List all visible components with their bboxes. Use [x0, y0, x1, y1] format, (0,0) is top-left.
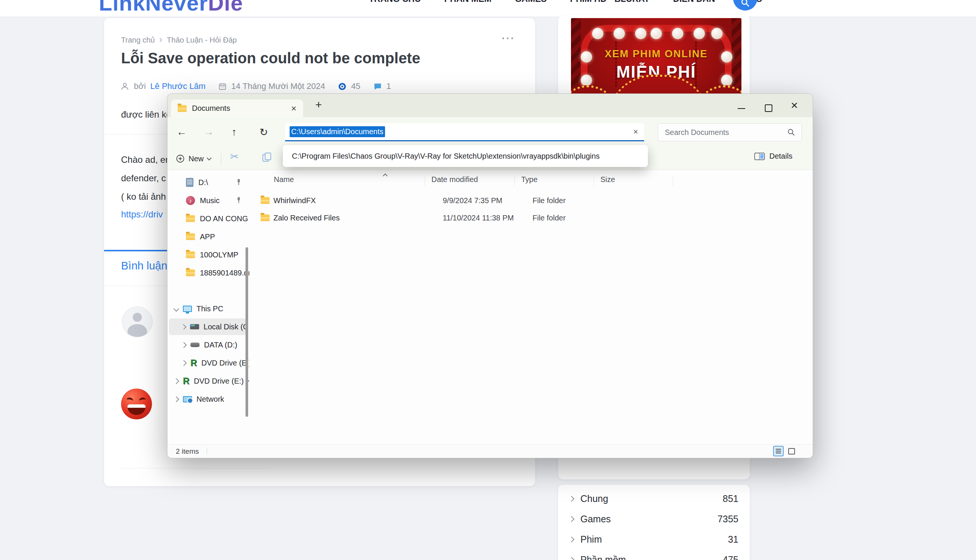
chevron-down-icon	[207, 156, 212, 160]
category-count: 7355	[717, 513, 739, 525]
folder-icon	[186, 252, 195, 258]
commenter-avatar[interactable]	[122, 307, 153, 337]
maximize-button[interactable]	[765, 104, 772, 112]
tab-documents[interactable]: Documents ×	[171, 100, 303, 117]
sidebar-item-dvd-drive-e[interactable]: R DVD Drive (E:)	[167, 355, 249, 371]
post-text-fragment-3: defender, c	[121, 173, 166, 183]
tab-close-icon[interactable]: ×	[291, 104, 296, 113]
tab-title: Documents	[192, 104, 291, 113]
forward-button[interactable]: →	[204, 126, 214, 138]
sidebar-item-100olymp[interactable]: 100OLYMP	[167, 247, 249, 263]
dvd-logo-icon: R	[191, 358, 197, 367]
nav-item-dien-dan[interactable]: DIỄN ĐÀN	[673, 0, 715, 4]
address-selected-text[interactable]: C:\Users\admin\Documents	[290, 126, 385, 137]
folder-icon	[261, 197, 270, 204]
column-header-type[interactable]: Type	[521, 175, 537, 184]
explorer-status-bar: 2 items	[167, 444, 813, 458]
file-row-zalo-received-files[interactable]: Zalo Received Files 11/10/2024 11:38 PM …	[261, 209, 805, 227]
comment-bubble-icon	[373, 82, 382, 91]
column-divider[interactable]	[593, 176, 594, 186]
author-link[interactable]: Lê Phước Lâm	[150, 82, 206, 91]
category-label: Phần mềm	[580, 554, 626, 560]
breadcrumb-home[interactable]: Trang chủ	[121, 36, 155, 45]
sidebar-item-local-disk-c[interactable]: Local Disk (C:)	[169, 318, 247, 335]
new-tab-button[interactable]: +	[315, 98, 322, 111]
this-pc-icon	[183, 306, 192, 312]
page: LinkNeverDie TRANG CHỦ PHẦN MỀM GAMES PH…	[0, 0, 976, 560]
local-disk-icon	[190, 324, 199, 329]
banner-line-1: XEM PHIM ONLINE	[571, 48, 741, 60]
column-divider[interactable]	[673, 176, 673, 186]
user-icon	[120, 82, 129, 91]
thread-byline: bởi Lê Phước Lâm 14 Tháng Mười Một 2024 …	[120, 82, 391, 91]
nav-item-phim-hd[interactable]: PHIM HD - BLURAY	[570, 0, 650, 4]
cut-icon[interactable]: ✂	[230, 150, 239, 163]
chevron-right-icon[interactable]	[174, 396, 179, 402]
column-divider[interactable]	[424, 176, 425, 186]
explorer-tab-bar: Documents × + ×	[167, 94, 813, 117]
up-button[interactable]: ↑	[232, 126, 237, 138]
file-row-whirlwindfx[interactable]: WhirlwindFX 9/9/2024 7:35 PM File folder	[261, 192, 805, 209]
sidebar-item-dvd-drive-e-h[interactable]: R DVD Drive (E:) H	[167, 373, 249, 389]
sidebar-item-do-an-cong-n[interactable]: DO AN CONG N	[167, 210, 249, 227]
data-disk-icon	[191, 343, 199, 347]
site-logo[interactable]: LinkNeverDie	[99, 0, 243, 15]
refresh-button[interactable]: ↻	[259, 126, 268, 138]
minimize-button[interactable]	[738, 108, 745, 109]
category-label: Phim	[580, 534, 602, 545]
sidebar-item-network[interactable]: Network	[167, 391, 249, 407]
search-documents-input[interactable]: Search Documents	[658, 123, 802, 141]
chevron-down-icon[interactable]	[174, 306, 179, 312]
close-button[interactable]: ×	[791, 99, 798, 111]
logo-part-2: Die	[208, 0, 243, 15]
breadcrumb: Trang chủ › Thảo Luận - Hỏi Đáp	[121, 35, 237, 45]
divider	[121, 468, 272, 468]
pin-icon	[236, 179, 242, 185]
chevron-right-icon[interactable]	[181, 324, 187, 330]
post-text-fragment-4: ( ko tải ảnh	[121, 192, 166, 202]
chevron-right-icon[interactable]	[174, 378, 179, 383]
sidebar-item-d-drive[interactable]: D:\	[167, 174, 249, 191]
chevron-right-icon[interactable]	[181, 360, 187, 365]
column-header-name[interactable]: Name	[274, 175, 294, 184]
category-list: Chung 851 Games 7355 Phim 31 Phần mềm 47…	[558, 485, 750, 560]
emoji-avatar[interactable]	[121, 388, 152, 420]
sidebar-scrollbar[interactable]	[246, 247, 248, 417]
nav-item-trang-chu[interactable]: TRANG CHỦ	[369, 0, 421, 4]
thumbnail-view-toggle[interactable]	[786, 446, 797, 457]
sidebar-item-app[interactable]: APP	[167, 228, 249, 245]
column-header-size[interactable]: Size	[600, 175, 615, 184]
thread-menu-button[interactable]: ⋯	[501, 30, 516, 46]
category-row-chung[interactable]: Chung 851	[558, 488, 750, 509]
breadcrumb-section[interactable]: Thảo Luận - Hỏi Đáp	[167, 36, 237, 45]
column-header-date-modified[interactable]: Date modified	[431, 175, 478, 184]
sidebar-item-data-d[interactable]: DATA (D:)	[167, 337, 249, 353]
new-button-label: New	[189, 155, 204, 163]
details-view-toggle[interactable]	[773, 446, 784, 457]
nav-item-games[interactable]: GAMES	[515, 0, 546, 4]
movie-banner[interactable]: XEM PHIM ONLINE MIỄN PHÍ	[571, 18, 741, 101]
category-count: 31	[728, 534, 739, 545]
site-search-button[interactable]	[733, 0, 757, 10]
category-row-phan-mem[interactable]: Phần mềm 475	[558, 550, 750, 560]
address-suggestion-item[interactable]: C:\Program Files\Chaos Group\V-Ray\V-Ray…	[292, 152, 600, 160]
chevron-right-icon	[569, 495, 575, 502]
category-row-games[interactable]: Games 7355	[558, 509, 750, 529]
new-button[interactable]: New	[176, 152, 211, 166]
copy-icon[interactable]	[262, 153, 271, 162]
sidebar-item-this-pc[interactable]: This PC	[167, 300, 249, 317]
chevron-right-icon: ›	[159, 34, 162, 45]
chevron-right-icon[interactable]	[181, 342, 187, 348]
address-bar[interactable]: C:\Users\admin\Documents ×	[285, 123, 644, 141]
sidebar-item-music[interactable]: ♪ Music	[167, 192, 249, 209]
details-button[interactable]: Details	[754, 152, 792, 160]
back-button[interactable]: ←	[177, 126, 187, 138]
nav-item-phan-mem[interactable]: PHẦN MỀM	[444, 0, 491, 4]
site-nav: TRANG CHỦ PHẦN MỀM GAMES PHIM HD - BLURA…	[369, 0, 762, 4]
column-divider[interactable]	[515, 176, 515, 186]
divider	[221, 153, 221, 164]
sidebar-item-1885901489[interactable]: 1885901489.dm	[167, 265, 249, 281]
clear-address-icon[interactable]: ×	[633, 127, 638, 137]
post-link[interactable]: https://driv	[121, 209, 163, 220]
category-row-phim[interactable]: Phim 31	[558, 529, 750, 550]
